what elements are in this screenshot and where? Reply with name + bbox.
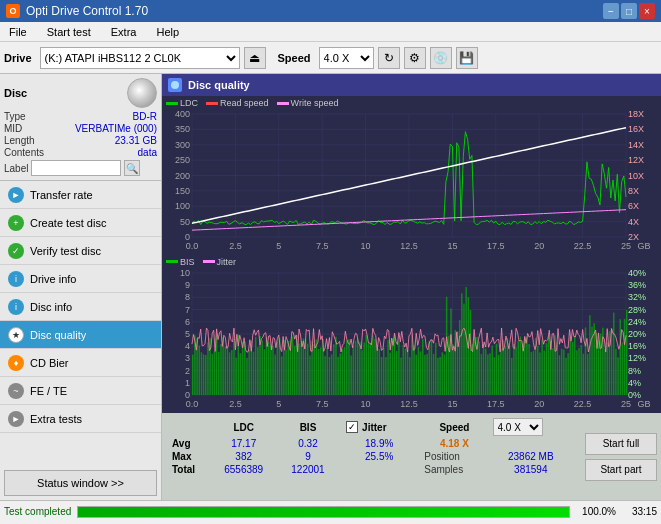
avg-bis: 0.32 [278,437,338,450]
sidebar: Disc Type BD-R MID VERBATIMe (000) Lengt… [0,74,162,500]
jitter-legend: Jitter [217,257,237,267]
label-label: Label [4,163,28,174]
drive-info-label: Drive info [30,273,76,285]
main-area: Disc Type BD-R MID VERBATIMe (000) Lengt… [0,74,661,500]
disc-quality-label: Disc quality [30,329,86,341]
progress-time: 33:15 [622,506,657,517]
settings-button[interactable]: ⚙ [404,47,426,69]
bottom-chart: BIS Jitter [162,255,661,413]
progress-status: Test completed [4,506,71,517]
avg-speed: 4.18 X [420,437,488,450]
mid-label: MID [4,123,22,134]
transfer-rate-icon: ► [8,187,24,203]
sidebar-item-verify-test-disc[interactable]: ✓ Verify test disc [0,237,161,265]
total-samples: 381594 [489,463,573,476]
total-ldc: 6556389 [210,463,278,476]
max-jitter: 25.5% [338,450,420,463]
jitter-checkbox[interactable]: ✓ [346,421,358,433]
menu-file[interactable]: File [4,24,32,40]
disc-icon [127,78,157,108]
app-icon: O [6,4,20,18]
svg-point-0 [171,81,179,89]
sidebar-item-create-test-disc[interactable]: + Create test disc [0,209,161,237]
contents-value: data [138,147,157,158]
extra-tests-label: Extra tests [30,413,82,425]
drive-label: Drive [4,52,32,64]
sidebar-item-extra-tests[interactable]: ► Extra tests [0,405,161,433]
disc-panel: Disc Type BD-R MID VERBATIMe (000) Lengt… [0,74,161,181]
speed-select-stats[interactable]: 4.0 X [493,418,543,436]
read-speed-legend: Read speed [220,98,269,108]
label-input[interactable] [31,160,121,176]
title-bar: O Opti Drive Control 1.70 − □ × [0,0,661,22]
sidebar-item-drive-info[interactable]: i Drive info [0,265,161,293]
start-full-button[interactable]: Start full [585,433,657,455]
create-test-disc-label: Create test disc [30,217,106,229]
disc-button[interactable]: 💿 [430,47,452,69]
menu-extra[interactable]: Extra [106,24,142,40]
jitter-header: Jitter [362,422,386,433]
extra-tests-icon: ► [8,411,24,427]
mid-value: VERBATIMe (000) [75,123,157,134]
progress-area: Test completed 100.0% 33:15 [0,500,661,522]
top-legend: LDC Read speed Write speed [166,98,338,108]
speed-select[interactable]: 4.0 X [319,47,374,69]
label-browse-button[interactable]: 🔍 [124,160,140,176]
eject-button[interactable]: ⏏ [244,47,266,69]
menu-help[interactable]: Help [151,24,184,40]
charts-area: LDC Read speed Write speed [162,96,661,412]
disc-quality-icon: ★ [8,327,24,343]
menu-start-test[interactable]: Start test [42,24,96,40]
avg-label: Avg [170,437,210,450]
progress-fill [78,507,569,517]
maximize-button[interactable]: □ [621,3,637,19]
bis-header: BIS [278,417,338,437]
content-icon [168,78,182,92]
fe-te-label: FE / TE [30,385,67,397]
total-label: Total [170,463,210,476]
position-label: Position [420,450,488,463]
fe-te-icon: ~ [8,383,24,399]
progress-bar [77,506,570,518]
refresh-button[interactable]: ↻ [378,47,400,69]
total-bis: 122001 [278,463,338,476]
status-window-button[interactable]: Status window >> [4,470,157,496]
bottom-legend: BIS Jitter [166,257,236,267]
sidebar-item-transfer-rate[interactable]: ► Transfer rate [0,181,161,209]
save-button[interactable]: 💾 [456,47,478,69]
sidebar-item-disc-quality[interactable]: ★ Disc quality [0,321,161,349]
max-ldc: 382 [210,450,278,463]
length-value: 23.31 GB [115,135,157,146]
drive-select[interactable]: (K:) ATAPI iHBS112 2 CL0K [40,47,240,69]
cd-bier-icon: ♦ [8,355,24,371]
stats-table: LDC BIS ✓ Jitter Speed [170,417,573,476]
avg-jitter: 18.9% [338,437,420,450]
top-chart: LDC Read speed Write speed [162,96,661,255]
disc-info-label: Disc info [30,301,72,313]
title-bar-left: O Opti Drive Control 1.70 [6,4,148,18]
app-title: Opti Drive Control 1.70 [26,4,148,18]
contents-label: Contents [4,147,44,158]
toolbar: Drive (K:) ATAPI iHBS112 2 CL0K ⏏ Speed … [0,42,661,74]
sidebar-item-fe-te[interactable]: ~ FE / TE [0,377,161,405]
speed-header: Speed [420,417,488,437]
samples-label: Samples [420,463,488,476]
minimize-button[interactable]: − [603,3,619,19]
sidebar-item-disc-info[interactable]: i Disc info [0,293,161,321]
menu-bar: File Start test Extra Help [0,22,661,42]
start-part-button[interactable]: Start part [585,459,657,481]
type-label: Type [4,111,26,122]
transfer-rate-label: Transfer rate [30,189,93,201]
sidebar-item-cd-bier[interactable]: ♦ CD Bier [0,349,161,377]
create-test-disc-icon: + [8,215,24,231]
verify-test-disc-label: Verify test disc [30,245,101,257]
speed-label: Speed [278,52,311,64]
stats-table-area: LDC BIS ✓ Jitter Speed [162,413,581,500]
title-bar-controls[interactable]: − □ × [603,3,655,19]
verify-test-disc-icon: ✓ [8,243,24,259]
drive-info-icon: i [8,271,24,287]
close-button[interactable]: × [639,3,655,19]
avg-ldc: 17.17 [210,437,278,450]
content-title: Disc quality [188,79,250,91]
bis-legend: BIS [180,257,195,267]
